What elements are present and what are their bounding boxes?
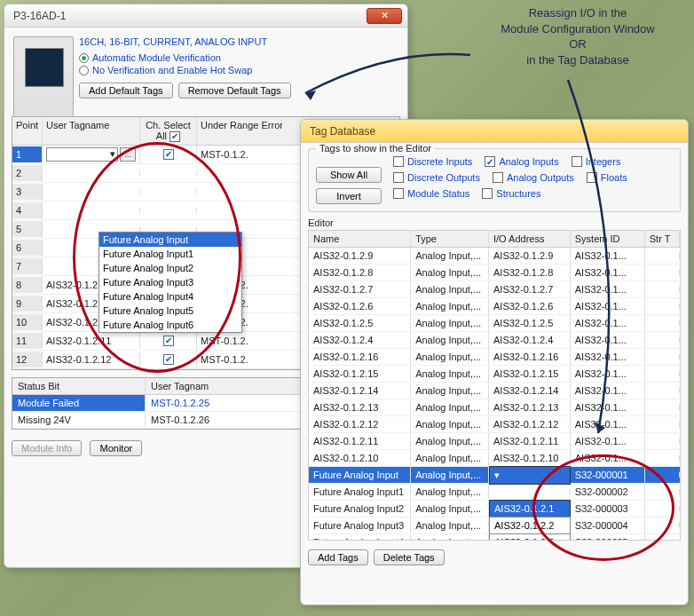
dropdown-item[interactable]: Future Analog Input xyxy=(99,233,241,247)
checkbox-icon[interactable] xyxy=(163,354,174,365)
cell-ioaddress[interactable]: AIS32-0.1.2.8 xyxy=(489,265,571,280)
tagname-cell[interactable]: ▾... xyxy=(43,145,140,164)
cell-ioaddress[interactable]: ▾ xyxy=(489,466,571,485)
editor-row[interactable]: Future Analog InputAnalog Input,... ▾S32… xyxy=(309,467,680,484)
underrange-cell[interactable] xyxy=(197,226,282,232)
cell-ioaddress[interactable]: AIS32-0.1.2.4 xyxy=(489,332,571,348)
checkbox-icon[interactable] xyxy=(393,188,404,199)
chselect-cell[interactable] xyxy=(140,146,197,162)
editor-row[interactable]: Future Analog Input1Analog Input,...S32-… xyxy=(309,484,680,501)
col-name[interactable]: Name xyxy=(309,231,411,247)
filter-checkbox[interactable]: Analog Outputs xyxy=(493,172,574,183)
chselect-cell[interactable] xyxy=(140,208,197,213)
module-info-button[interactable]: Module Info xyxy=(12,440,82,456)
checkbox-icon[interactable] xyxy=(393,156,404,167)
tagname-dropdown[interactable]: Future Analog InputFuture Analog Input1F… xyxy=(99,232,242,333)
radio-no-verify[interactable]: No Verification and Enable Hot Swap xyxy=(79,65,400,75)
editor-row[interactable]: AIS32-0.1.2.13Analog Input,...AIS32-0.1.… xyxy=(309,399,680,416)
cell-ioaddress[interactable]: AIS32-0.1.2.15 xyxy=(489,366,571,382)
editor-row[interactable]: AIS32-0.1.2.4Analog Input,...AIS32-0.1.2… xyxy=(309,332,680,349)
dropdown-item[interactable]: Future Analog Input6 xyxy=(99,318,241,332)
cell-ioaddress[interactable]: AIS32-0.1.2.12 xyxy=(489,416,571,432)
checkbox-icon[interactable] xyxy=(163,336,174,346)
filter-checkbox[interactable]: Analog Inputs xyxy=(485,156,558,167)
checkbox-icon[interactable] xyxy=(393,172,404,183)
db-titlebar[interactable]: Tag Database xyxy=(301,120,688,143)
cell-ioaddress[interactable]: AIS32-0.1.2.2 xyxy=(489,517,571,534)
cell-ioaddress[interactable]: AIS32-0.1.2.14 xyxy=(489,383,571,399)
show-all-button[interactable]: Show All xyxy=(316,167,382,183)
chselect-cell[interactable] xyxy=(140,226,197,232)
add-default-tags-button[interactable]: Add Default Tags xyxy=(79,83,173,99)
editor-row[interactable]: AIS32-0.1.2.6Analog Input,...AIS32-0.1.2… xyxy=(309,298,680,315)
editor-row[interactable]: Future Analog Input4Analog Input,...AIS3… xyxy=(309,534,680,541)
invert-button[interactable]: Invert xyxy=(316,188,382,204)
underrange-cell[interactable]: MST-0.1.2. xyxy=(197,146,282,162)
delete-tags-button[interactable]: Delete Tags xyxy=(374,549,445,565)
remove-default-tags-button[interactable]: Remove Default Tags xyxy=(178,83,291,99)
col-chselect[interactable]: Ch. SelectAll xyxy=(140,117,197,145)
editor-row[interactable]: AIS32-0.1.2.11Analog Input,...AIS32-0.1.… xyxy=(309,433,680,450)
col-str[interactable]: Str T xyxy=(645,231,680,247)
dropdown-item[interactable]: Future Analog Input2 xyxy=(99,261,241,275)
monitor-button[interactable]: Monitor xyxy=(90,440,142,456)
editor-row[interactable]: AIS32-0.1.2.9Analog Input,...AIS32-0.1.2… xyxy=(309,248,680,265)
add-tags-button[interactable]: Add Tags xyxy=(308,549,368,565)
dropdown-item[interactable]: Future Analog Input5 xyxy=(99,304,241,318)
col-point[interactable]: Point xyxy=(12,117,43,145)
cell-ioaddress[interactable]: AIS32-0.1.2.3 xyxy=(489,533,571,541)
tagname-cell[interactable]: AIS32-0.1.2.11 xyxy=(43,333,140,349)
tagname-combo[interactable]: ▾ xyxy=(46,147,118,162)
cell-ioaddress[interactable] xyxy=(489,489,571,494)
cell-ioaddress[interactable]: AIS32-0.1.2.1 xyxy=(489,500,571,517)
underrange-cell[interactable]: MST-0.1.2. xyxy=(197,333,282,349)
underrange-cell[interactable]: MST-0.1.2. xyxy=(197,351,282,367)
checkbox-icon[interactable] xyxy=(587,172,597,183)
checkbox-icon[interactable] xyxy=(163,149,174,160)
dropdown-item[interactable]: Future Analog Input1 xyxy=(99,247,241,261)
tagname-browse-button[interactable]: ... xyxy=(120,147,136,162)
checkbox-icon[interactable] xyxy=(482,188,493,199)
editor-row[interactable]: AIS32-0.1.2.7Analog Input,...AIS32-0.1.2… xyxy=(309,281,680,298)
chselect-cell[interactable] xyxy=(140,332,197,349)
editor-row[interactable]: AIS32-0.1.2.10Analog Input,...AIS32-0.1.… xyxy=(309,450,680,467)
cell-ioaddress[interactable]: AIS32-0.1.2.16 xyxy=(489,349,571,365)
radio-auto-verify[interactable]: Automatic Module Verification xyxy=(79,52,400,63)
filter-checkbox[interactable]: Module Status xyxy=(393,188,469,199)
dropdown-item[interactable]: Future Analog Input3 xyxy=(99,275,241,289)
filter-checkbox[interactable]: Discrete Inputs xyxy=(393,156,472,167)
col-tagname[interactable]: User Tagname xyxy=(43,117,140,145)
cell-ioaddress[interactable]: AIS32-0.1.2.13 xyxy=(489,399,571,415)
checkbox-all[interactable] xyxy=(170,131,180,142)
filter-checkbox[interactable]: Discrete Outputs xyxy=(393,172,480,183)
filter-checkbox[interactable]: Floats xyxy=(587,172,627,183)
editor-row[interactable]: AIS32-0.1.2.14Analog Input,...AIS32-0.1.… xyxy=(309,383,680,399)
tagname-cell[interactable] xyxy=(43,170,140,176)
editor-row[interactable]: AIS32-0.1.2.15Analog Input,...AIS32-0.1.… xyxy=(309,366,680,383)
editor-row[interactable]: AIS32-0.1.2.5Analog Input,...AIS32-0.1.2… xyxy=(309,315,680,332)
dropdown-item[interactable]: Future Analog Input4 xyxy=(99,289,241,304)
tagname-cell[interactable] xyxy=(43,208,140,213)
editor-row[interactable]: Future Analog Input3Analog Input,...AIS3… xyxy=(309,517,680,534)
chselect-cell[interactable] xyxy=(140,189,197,194)
tagname-cell[interactable]: AIS32-0.1.2.12 xyxy=(43,351,140,367)
editor-row[interactable]: AIS32-0.1.2.16Analog Input,...AIS32-0.1.… xyxy=(309,349,680,366)
tagname-cell[interactable] xyxy=(43,189,140,194)
chselect-cell[interactable] xyxy=(140,170,197,176)
chselect-cell[interactable] xyxy=(140,351,197,367)
col-type[interactable]: Type xyxy=(411,231,489,247)
editor-grid[interactable]: AIS32-0.1.2.9Analog Input,...AIS32-0.1.2… xyxy=(308,248,681,541)
editor-row[interactable]: Future Analog Input2Analog Input,...AIS3… xyxy=(309,501,680,517)
tagname-cell[interactable] xyxy=(43,226,140,232)
cell-ioaddress[interactable]: AIS32-0.1.2.7 xyxy=(489,281,571,297)
close-icon[interactable]: ✕ xyxy=(367,8,402,24)
checkbox-icon[interactable] xyxy=(572,156,582,167)
underrange-cell[interactable] xyxy=(197,170,282,176)
col-systemid[interactable]: System ID xyxy=(571,231,645,247)
checkbox-icon[interactable] xyxy=(485,156,495,167)
underrange-cell[interactable] xyxy=(197,208,282,213)
cell-ioaddress[interactable]: AIS32-0.1.2.11 xyxy=(489,433,571,449)
editor-row[interactable]: AIS32-0.1.2.12Analog Input,...AIS32-0.1.… xyxy=(309,416,680,433)
cell-ioaddress[interactable]: AIS32-0.1.2.9 xyxy=(489,248,571,264)
underrange-cell[interactable] xyxy=(197,189,282,194)
